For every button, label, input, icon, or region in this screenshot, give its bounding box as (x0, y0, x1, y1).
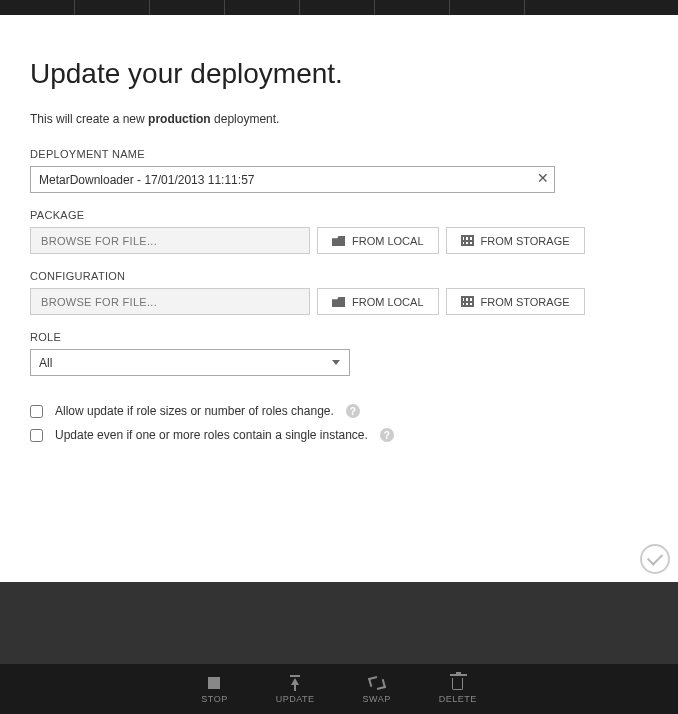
update-single-checkbox[interactable] (30, 429, 43, 442)
stop-icon (208, 677, 220, 689)
update-single-label: Update even if one or more roles contain… (55, 428, 368, 442)
configuration-browse-input[interactable] (30, 288, 310, 315)
allow-update-label: Allow update if role sizes or number of … (55, 404, 334, 418)
allow-update-checkbox[interactable] (30, 405, 43, 418)
folder-icon (332, 235, 345, 246)
update-button[interactable]: UPDATE (276, 675, 315, 704)
role-select[interactable]: All (30, 349, 350, 376)
swap-button[interactable]: SWAP (363, 675, 391, 704)
package-from-local-button[interactable]: FROM LOCAL (317, 227, 439, 254)
deployment-name-label: DEPLOYMENT NAME (30, 148, 648, 160)
trash-icon (452, 678, 463, 690)
storage-grid-icon (461, 235, 474, 246)
package-browse-input[interactable] (30, 227, 310, 254)
configuration-from-local-button[interactable]: FROM LOCAL (317, 288, 439, 315)
update-icon (287, 675, 303, 691)
package-from-storage-button[interactable]: FROM STORAGE (446, 227, 585, 254)
configuration-label: CONFIGURATION (30, 270, 648, 282)
role-label: ROLE (30, 331, 648, 343)
help-icon[interactable]: ? (380, 428, 394, 442)
delete-button[interactable]: DELETE (439, 675, 477, 704)
folder-icon (332, 296, 345, 307)
package-label: PACKAGE (30, 209, 648, 221)
clear-input-icon[interactable]: ✕ (537, 170, 549, 186)
swap-icon (369, 675, 385, 691)
dialog-subtitle: This will create a new production deploy… (30, 112, 648, 126)
confirm-button[interactable] (640, 544, 670, 574)
configuration-from-storage-button[interactable]: FROM STORAGE (446, 288, 585, 315)
storage-grid-icon (461, 296, 474, 307)
help-icon[interactable]: ? (346, 404, 360, 418)
stop-button[interactable]: STOP (201, 675, 227, 704)
update-deployment-dialog: Update your deployment. This will create… (0, 15, 678, 582)
dialog-title: Update your deployment. (30, 58, 648, 90)
deployment-name-input[interactable] (30, 166, 555, 193)
bottom-command-bar: STOP UPDATE SWAP DELETE (0, 664, 678, 714)
